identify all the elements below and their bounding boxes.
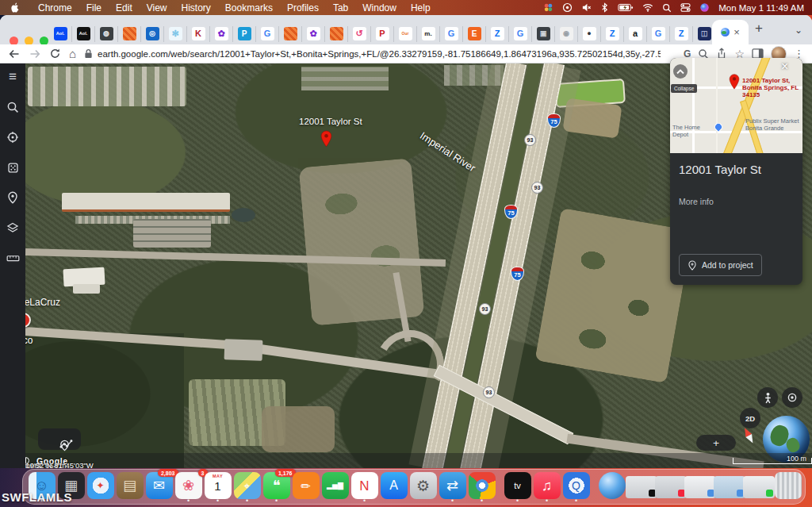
pinned-tab[interactable]: Z [601,26,624,42]
pinned-tab[interactable]: Aol. [72,26,95,42]
menu-item[interactable]: Tab [326,2,355,13]
pinned-tab[interactable]: m. [417,26,440,42]
menu-item[interactable]: Edit [109,2,140,13]
pinned-tab[interactable]: G [440,26,463,42]
feeling-lucky-dice-icon[interactable] [6,160,20,175]
menu-item[interactable]: Window [355,2,404,13]
pinned-tab[interactable]: ● [578,26,601,42]
pinned-tab[interactable]: G [256,26,279,42]
pinned-tab[interactable]: ↺ [348,26,371,42]
pinned-tab[interactable]: Z [486,26,509,42]
bluetooth-icon[interactable] [600,2,609,13]
menu-clock[interactable]: Mon May 1 11:49 AM [718,3,804,13]
pinned-tab[interactable]: ✿ [302,26,325,42]
dock-pencil-app[interactable]: ✏ [291,472,320,504]
pinned-tab[interactable]: a [624,26,647,42]
zoom-in-button[interactable]: + [713,437,719,449]
pinned-tab[interactable]: ✿ [210,26,233,42]
pinned-tab[interactable]: ▣ [532,26,555,42]
menu-item[interactable]: View [140,2,174,13]
home-button[interactable]: ⌂ [69,47,76,60]
minimized-window[interactable] [626,472,656,504]
menu-item[interactable]: Bookmarks [218,2,280,13]
minimized-window[interactable] [656,472,685,504]
menu-icon[interactable]: ≡ [6,70,20,84]
pinned-tab[interactable]: E [463,26,486,42]
menu-item[interactable]: Profiles [280,2,326,13]
pinned-tab[interactable]: ◉ [555,26,578,42]
dock-trash[interactable] [773,472,802,504]
highway-shield: 93 [483,386,495,398]
pegman-button[interactable] [757,387,778,408]
omnibox[interactable]: earth.google.com/web/search/12001+Taylor… [84,48,661,59]
pinned-tab[interactable] [279,26,302,42]
pinned-tab[interactable]: G [647,26,670,42]
active-tab[interactable]: × [712,20,749,44]
dock-chart-app[interactable]: ▂▅▇ [320,472,350,504]
more-info-link[interactable]: More info [679,197,802,206]
dock-messages[interactable]: ❝ 1,176 • [262,472,291,504]
pinned-tab[interactable]: ✻ [164,26,187,42]
collapse-chevron-icon[interactable] [673,64,688,79]
pinned-tab[interactable]: K [187,26,210,42]
minimized-window[interactable] [685,472,714,504]
minimized-window[interactable] [744,472,773,504]
pinned-tab[interactable]: Aol. [49,26,72,42]
dock-photos[interactable]: ❀ 3 • [174,472,203,504]
dock-settings[interactable]: ⚙ [408,472,438,504]
pinned-tab[interactable]: ◍ [95,26,118,42]
dock-calendar[interactable]: MAY 1 • [203,472,232,504]
dock-teamviewer[interactable]: ⇄ • [438,472,467,504]
mute-icon[interactable] [581,2,592,13]
dock-news[interactable]: N • [350,472,379,504]
dock-contacts[interactable]: ▤ [115,472,144,504]
measure-ruler-icon[interactable] [6,251,20,265]
pinned-tab[interactable]: ◎ [141,26,164,42]
pinned-tab[interactable]: Our [394,26,417,42]
pinned-tab[interactable]: P [371,26,394,42]
menu-item[interactable]: Help [404,2,438,13]
map-style-layers-icon[interactable] [6,221,20,235]
screen-record-icon[interactable] [562,2,573,13]
siri-icon[interactable] [699,2,710,13]
search-icon[interactable] [6,100,20,114]
tab-overflow-chevron-icon[interactable]: ⌄ [795,25,802,36]
spotlight-icon[interactable] [662,3,672,13]
dock-chrome[interactable]: • [467,472,496,504]
minimized-window[interactable] [714,472,744,504]
dock-quicktime[interactable]: Q • [561,472,591,504]
pinned-tab-favicon: G [445,27,458,40]
menu-item[interactable]: File [79,2,109,13]
pinned-tab[interactable]: Z [670,26,693,42]
pinned-tab[interactable]: P [233,26,256,42]
look-around-button[interactable] [782,387,802,408]
dock-maps[interactable]: ⌖ • [232,472,262,504]
pinned-tab[interactable]: G [509,26,532,42]
menu-item[interactable]: History [174,2,218,13]
tab-close-icon[interactable]: × [733,27,740,37]
apple-menu-icon[interactable] [10,2,20,13]
add-to-project-button[interactable]: Add to project [679,254,762,276]
control-center-icon[interactable] [680,2,691,13]
forward-button[interactable] [29,48,41,60]
dock-music[interactable]: ♫ • [532,472,561,504]
pinned-tab[interactable] [118,26,141,42]
minimap-home-depot-label: The Home Depot [672,125,714,138]
dock-safari[interactable]: ✦ [86,472,115,504]
new-tab-button[interactable]: + [755,21,763,35]
dock-apple-tv[interactable]: tv • [503,472,532,504]
dock-appstore[interactable]: A [379,472,408,504]
close-card-icon[interactable]: × [781,60,788,74]
lock-icon[interactable] [84,48,93,59]
back-button[interactable] [8,48,21,60]
minimap[interactable]: 12001 Taylor St, Bonita Springs, FL 3413… [670,58,802,153]
menu-item[interactable]: Chrome [31,2,79,13]
colorful-app-icon[interactable] [543,2,553,13]
reload-button[interactable] [49,48,61,60]
placemark-pin-icon[interactable] [6,190,20,205]
voyager-icon[interactable] [6,130,20,144]
dock-mail[interactable]: ✉ 2,803 [144,472,174,504]
dock-globe[interactable] [597,472,626,504]
pinned-tab[interactable] [325,26,348,42]
wifi-icon[interactable] [642,3,653,12]
